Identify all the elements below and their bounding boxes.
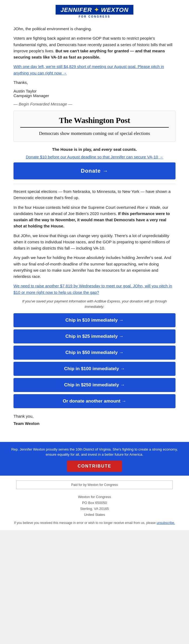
email-body: JOhn, the political environment is chang…: [0, 21, 189, 437]
unpredictability-para: But JOhn, we know that things can change…: [14, 233, 176, 251]
chip-100-button[interactable]: Chip in $100 immediately →: [14, 362, 176, 376]
thanks-text: Thanks,: [14, 79, 176, 86]
signer-title: Campaign Manager: [14, 93, 176, 98]
unsubscribe-block: If you believe you received this message…: [0, 520, 189, 525]
roe-italic: Roe v. Wade: [137, 205, 160, 210]
address-line2: PO Box 650050: [0, 500, 189, 506]
address-block: Wexton for Congress PO Box 650050 Sterli…: [0, 494, 189, 518]
unsubscribe-link[interactable]: unsubscribe.: [157, 521, 175, 525]
chip-50-button[interactable]: Chip in $50 immediately →: [14, 346, 176, 360]
raise-link-anchor[interactable]: We need to raise another $7,819 by Wedne…: [14, 284, 172, 294]
thank-you-text: Thank you,: [14, 413, 176, 419]
intro-link1-anchor[interactable]: With one day left, we're still $4,829 sh…: [14, 64, 164, 75]
forwarded-label: — Begin Forwarded Message —: [14, 102, 176, 106]
email-header: JENNIFER ✦ WEXTON FOR CONGRESS: [0, 0, 189, 21]
team-name: Team Wexton: [14, 420, 176, 427]
donate-link-center[interactable]: Donate $10 before our August deadline so…: [14, 155, 176, 159]
address-line1: Wexton for Congress: [0, 494, 189, 500]
chip-250-button[interactable]: Chip in $250 immediately →: [14, 378, 176, 392]
chip-25-button[interactable]: Chip in $25 immediately →: [14, 329, 176, 343]
logo-subtitle: FOR CONGRESS: [0, 15, 189, 18]
contribute-button[interactable]: CONTRIBUTE: [67, 461, 122, 472]
intro-para1: Voters are fighting back against an extr…: [14, 35, 176, 60]
donate-button[interactable]: Donate →: [14, 162, 176, 179]
logo-first-name: JENNIFER: [60, 6, 92, 13]
newspaper-title: The Washington Post: [20, 116, 169, 125]
address-line4: United States: [0, 512, 189, 518]
logo-star: ✦: [94, 6, 99, 13]
special-elections-para: Recent special elections — from Nebraska…: [14, 188, 176, 201]
paid-for-text: Paid for by Wexton for Congress: [71, 483, 118, 487]
chip-10-button[interactable]: Chip in $10 immediately →: [14, 313, 176, 327]
raise-link[interactable]: We need to raise another $7,819 by Wedne…: [14, 283, 176, 295]
newspaper-divider: [20, 127, 169, 128]
path-para: Any path we have for holding the House a…: [14, 254, 176, 280]
section-bold: The House is in play, and every seat cou…: [14, 146, 176, 152]
unsubscribe-text-label: If you believe you received this message…: [14, 521, 156, 525]
actblue-note: If you've saved your payment information…: [14, 299, 176, 309]
email-wrapper: JENNIFER ✦ WEXTON FOR CONGRESS JOhn, the…: [0, 0, 189, 530]
intro-link1[interactable]: With one day left, we're still $4,829 sh…: [14, 63, 176, 76]
signature-block: Austin Taylor Campaign Manager: [14, 89, 176, 98]
logo-last-name: WEXTON: [101, 6, 129, 13]
address-line3: Sterling, VA 20165: [0, 506, 189, 512]
newspaper-headline: Democrats show momentum coming out of sp…: [20, 130, 169, 137]
roe-para: In the four House contests held since th…: [14, 204, 176, 229]
footer-blue-box: Rep. Jennifer Wexton proudly serves the …: [0, 442, 189, 476]
donate-link-anchor[interactable]: Donate $10 before our August deadline so…: [26, 155, 163, 159]
campaign-logo: JENNIFER ✦ WEXTON: [56, 5, 133, 15]
section-divider-1: [14, 184, 176, 184]
path-italic: absolutely: [86, 255, 105, 260]
roe-para-start: In the four House contests held since th…: [14, 205, 137, 210]
newspaper-clipping: The Washington Post Democrats show momen…: [14, 111, 176, 142]
signer-name: Austin Taylor: [14, 89, 176, 93]
footer-description: Rep. Jennifer Wexton proudly serves the …: [8, 447, 181, 457]
path-para-start: Any path we have for holding the House: [14, 255, 86, 260]
other-amount-button[interactable]: Or donate another amount →: [14, 394, 176, 408]
greeting-text: JOhn, the political environment is chang…: [14, 26, 176, 32]
paid-for-box: Paid for by Wexton for Congress: [16, 481, 173, 489]
